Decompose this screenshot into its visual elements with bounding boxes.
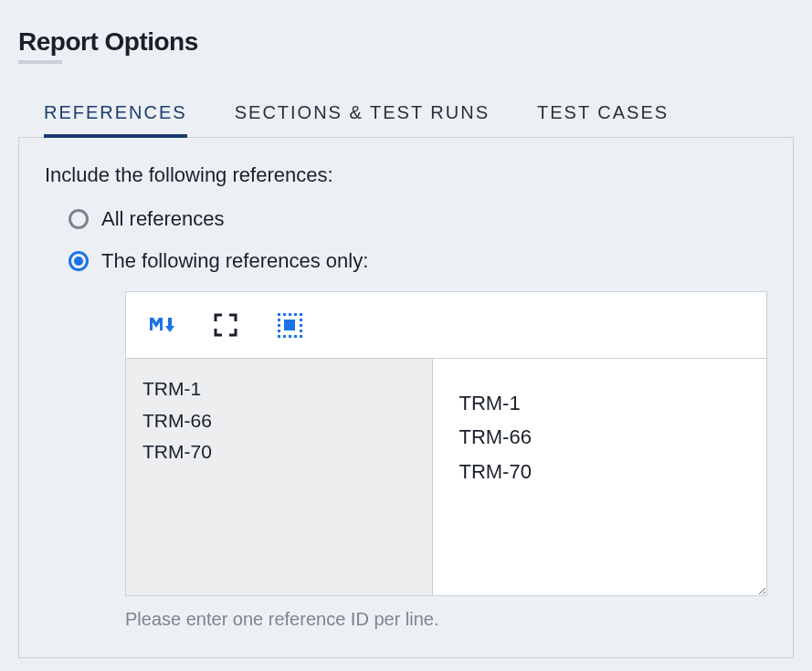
svg-rect-4: [294, 313, 297, 316]
radio-following-only-label: The following references only:: [101, 249, 368, 273]
select-all-icon[interactable]: [276, 311, 303, 339]
fullscreen-icon[interactable]: [212, 311, 239, 339]
references-source-input[interactable]: TRM-1 TRM-66 TRM-70: [126, 359, 433, 595]
radio-circle-selected-icon: [69, 251, 89, 271]
svg-rect-12: [278, 335, 280, 338]
svg-rect-14: [289, 335, 291, 338]
svg-rect-15: [294, 335, 297, 338]
svg-rect-10: [278, 330, 280, 332]
references-panel: Include the following references: All re…: [18, 137, 794, 658]
markdown-icon[interactable]: [148, 311, 175, 339]
editor-toolbar: [125, 291, 767, 359]
svg-rect-2: [283, 313, 286, 316]
radio-all-references-label: All references: [101, 207, 225, 231]
svg-rect-3: [289, 313, 291, 316]
references-editor: TRM-1 TRM-66 TRM-70 TRM-1 TRM-66 TRM-70 …: [125, 291, 767, 630]
tab-references[interactable]: REFERENCES: [44, 97, 187, 138]
editor-body: TRM-1 TRM-66 TRM-70 TRM-1 TRM-66 TRM-70: [125, 359, 767, 596]
svg-rect-7: [300, 319, 302, 321]
tab-sections-test-runs[interactable]: SECTIONS & TEST RUNS: [235, 97, 490, 138]
svg-rect-13: [283, 335, 286, 338]
radio-dot-icon: [74, 257, 83, 266]
tab-test-cases[interactable]: TEST CASES: [537, 97, 669, 138]
svg-rect-8: [278, 324, 280, 327]
svg-rect-11: [300, 330, 302, 332]
tab-bar: REFERENCES SECTIONS & TEST RUNS TEST CAS…: [18, 97, 794, 138]
svg-rect-5: [300, 313, 302, 316]
radio-circle-icon: [69, 209, 89, 229]
svg-rect-0: [284, 320, 295, 330]
radio-all-references[interactable]: All references: [69, 207, 767, 231]
radio-following-only[interactable]: The following references only:: [69, 249, 767, 273]
svg-rect-1: [278, 313, 280, 316]
references-preview[interactable]: TRM-1 TRM-66 TRM-70: [433, 359, 766, 595]
svg-rect-16: [300, 335, 302, 338]
svg-rect-6: [278, 319, 280, 321]
page-title: Report Options: [18, 27, 794, 57]
editor-hint: Please enter one reference ID per line.: [125, 609, 767, 630]
svg-rect-9: [300, 324, 302, 327]
references-prompt: Include the following references:: [45, 163, 767, 187]
title-underline: [18, 60, 62, 64]
